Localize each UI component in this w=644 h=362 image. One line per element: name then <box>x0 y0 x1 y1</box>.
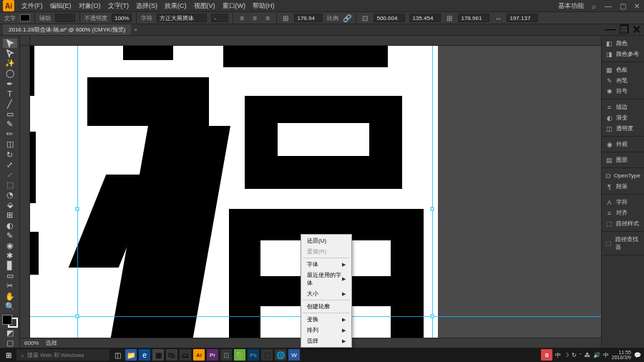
tray-ime[interactable]: 中 <box>555 351 561 359</box>
ruler-horizontal[interactable] <box>30 36 601 46</box>
menu-file[interactable]: 文件(F) <box>21 1 43 11</box>
link2-icon[interactable]: ⊞ <box>445 14 454 22</box>
panel-appearance[interactable]: ◉外观 <box>603 139 643 150</box>
fontsize-field[interactable]: - <box>211 14 228 22</box>
zoom-tool[interactable]: 🔍 <box>3 302 17 311</box>
panel-transparency[interactable]: ◫透明度 <box>603 123 643 134</box>
tray-chevron-icon[interactable]: ˆ <box>580 352 582 358</box>
fill-stroke-swatch[interactable] <box>2 315 18 328</box>
hand-tool[interactable]: ✋ <box>3 292 17 301</box>
taskbar-app[interactable]: e <box>139 349 150 361</box>
menu-select[interactable]: 选择(S) <box>136 1 157 11</box>
panel-color-guide[interactable]: ◨颜色参考 <box>603 49 643 59</box>
menu-edit[interactable]: 编辑(E) <box>50 1 72 11</box>
blend-tool[interactable]: ◉ <box>3 241 17 250</box>
ctx-font[interactable]: 字体▶ <box>301 259 351 270</box>
ctx-create-outlines[interactable]: 创建轮廓 <box>301 301 351 312</box>
w-field[interactable]: 500.604 <box>374 14 405 22</box>
panel-gradient[interactable]: ◐渐变 <box>603 112 643 123</box>
guide-vertical[interactable] <box>432 46 433 348</box>
color-mode[interactable]: ◩ <box>3 328 17 338</box>
bbox-anchor[interactable] <box>431 315 434 318</box>
x-field[interactable]: 178.94 <box>294 14 323 22</box>
fill-swatch[interactable] <box>20 14 30 21</box>
taskbar-app[interactable]: 🟢 <box>234 349 245 361</box>
h-field[interactable]: 135.454 <box>409 14 441 22</box>
ime-indicator[interactable]: S <box>541 349 552 361</box>
tray-notifications-icon[interactable]: 💬 <box>634 352 641 358</box>
graph-tool[interactable]: ▊ <box>3 261 17 270</box>
panel-paragraph[interactable]: ¶段落 <box>603 181 643 192</box>
align-left-icon[interactable]: ≡ <box>238 14 246 22</box>
paintbrush-tool[interactable]: ✎ <box>3 119 17 129</box>
doc-restore-icon[interactable]: ❐ <box>619 23 629 36</box>
pencil-tool[interactable]: ✏ <box>3 129 17 139</box>
bbox-anchor[interactable] <box>76 207 79 211</box>
tray-volume-icon[interactable]: 🔊 <box>593 352 600 358</box>
menu-type[interactable]: 文字(T) <box>108 1 130 11</box>
taskbar-word[interactable]: W <box>288 349 300 361</box>
slice-tool[interactable]: ✂ <box>3 281 17 290</box>
task-view-icon[interactable]: ◫ <box>112 349 123 361</box>
taskbar-app[interactable]: 📁 <box>125 349 137 361</box>
stroke-field[interactable] <box>55 14 75 22</box>
artboard-tool[interactable]: ▭ <box>3 271 17 280</box>
selection-tool[interactable] <box>3 39 17 48</box>
link-icon[interactable]: ⊞ <box>281 14 290 22</box>
taskbar-ps[interactable]: Ps <box>248 349 259 361</box>
panel-swatches[interactable]: ▦色板 <box>603 64 643 75</box>
taskbar-app[interactable]: 🛍 <box>166 349 177 361</box>
rectangle-tool[interactable]: ▭ <box>3 109 17 119</box>
ctx-size[interactable]: 大小▶ <box>301 288 351 299</box>
scale-tool[interactable]: ⤢ <box>3 160 17 170</box>
constrain-icon[interactable]: 🔗 <box>343 14 351 22</box>
doc-close-icon[interactable]: ✕ <box>632 23 641 36</box>
taskbar-app[interactable]: 🗂 <box>180 349 191 361</box>
workspace-switcher[interactable]: 基本功能 <box>558 1 584 11</box>
menu-view[interactable]: 视图(V) <box>194 1 215 11</box>
free-transform-tool[interactable]: ⬚ <box>3 180 17 190</box>
maximize-icon[interactable]: ▢ <box>618 1 627 10</box>
tray-network-icon[interactable]: 🖧 <box>585 352 590 358</box>
eraser-tool[interactable]: ◫ <box>3 140 17 149</box>
magic-wand-tool[interactable]: ✨ <box>3 59 17 68</box>
opacity-field[interactable]: 100% <box>112 14 132 22</box>
taskbar-app[interactable]: ⬚ <box>261 349 273 361</box>
menu-window[interactable]: 窗口(W) <box>223 1 246 11</box>
direct-selection-tool[interactable] <box>3 49 17 58</box>
taskbar-app[interactable]: ⊡ <box>220 349 232 361</box>
search-icon[interactable]: ⌕ <box>590 1 598 10</box>
ctx-recent-fonts[interactable]: 最近使用的字体▶ <box>301 270 351 288</box>
ruler-vertical[interactable] <box>20 46 30 348</box>
gradient-tool[interactable]: ◐ <box>3 221 17 230</box>
panel-pathfinder[interactable]: ⬚路径查找器 <box>603 234 643 253</box>
panel-symbols[interactable]: ✱符号 <box>603 86 643 97</box>
zoom-level[interactable]: 600% <box>24 340 39 346</box>
taskbar-clock[interactable]: 11:55 2016/3/9 <box>612 350 631 360</box>
panel-brushes[interactable]: ✎画笔 <box>603 75 643 86</box>
menu-help[interactable]: 帮助(H) <box>253 1 275 11</box>
document-tab[interactable]: 2016.1.28联合体·福.ai* @ 600% (CMYK/预览) <box>3 24 131 35</box>
ctx-select[interactable]: 选择▶ <box>301 336 351 346</box>
menu-effect[interactable]: 效果(C) <box>165 1 187 11</box>
tray-ime2[interactable]: 中 <box>603 351 609 359</box>
lasso-tool[interactable]: ◯ <box>3 69 17 78</box>
taskbar-app[interactable]: Pr <box>207 349 218 361</box>
minimize-icon[interactable]: — <box>604 1 613 10</box>
eyedropper-tool[interactable]: ✎ <box>3 231 17 240</box>
taskbar-ai[interactable]: Ai <box>193 349 205 361</box>
ctx-undo[interactable]: 还原(U) <box>301 235 351 246</box>
taskbar-search[interactable]: ⌕搜索 Web 和 Windows <box>16 349 109 361</box>
type-tool[interactable]: T <box>3 89 17 99</box>
panel-stroke[interactable]: ≡描边 <box>603 102 643 112</box>
xy-icon[interactable]: ↔ <box>494 14 502 22</box>
align-right-icon[interactable]: ≡ <box>263 14 272 22</box>
ctx-arrange[interactable]: 排列▶ <box>301 325 351 336</box>
panel-pathstyle[interactable]: ⬚路径样式 <box>603 218 643 229</box>
align-center-icon[interactable]: ≡ <box>250 14 259 22</box>
start-button[interactable]: ⊞ <box>3 349 14 361</box>
font-field[interactable]: 方正大黑简体 <box>157 14 207 22</box>
bbox-anchor[interactable] <box>431 207 434 211</box>
screen-mode[interactable]: ▢ <box>3 338 17 348</box>
close-icon[interactable]: ✕ <box>633 1 641 10</box>
